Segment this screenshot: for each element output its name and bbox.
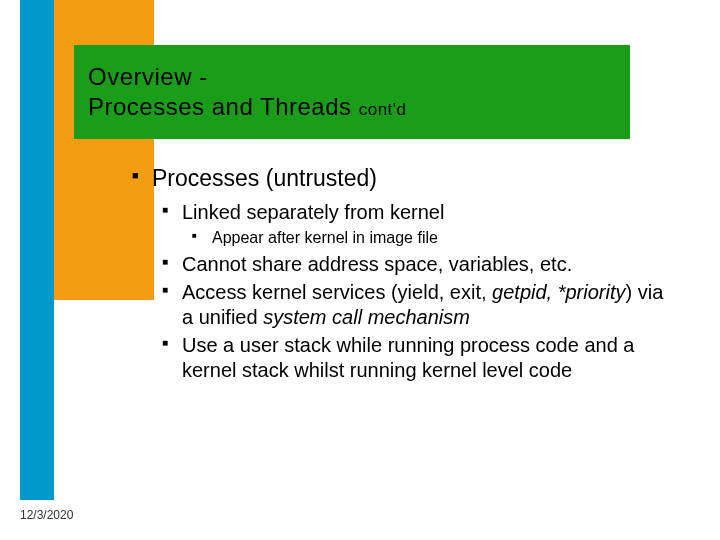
bullet-list-level3: Appear after kernel in image file <box>192 228 672 248</box>
title-contd: cont'd <box>359 100 407 119</box>
bullet-text-em1: getpid, *priority <box>492 281 625 303</box>
bullet-text: Use a user stack while running process c… <box>182 334 634 380</box>
bullet-text-em2: system call mechanism <box>263 306 470 328</box>
list-item: Use a user stack while running process c… <box>162 333 672 382</box>
list-item: Processes (untrusted) Linked separately … <box>132 164 672 382</box>
blue-sidebar <box>20 0 54 500</box>
list-item: Cannot share address space, variables, e… <box>162 252 672 276</box>
bullet-text-a: Access kernel services (yield, exit, <box>182 281 492 303</box>
title-line-2: Processes and Threads cont'd <box>88 92 616 122</box>
title-line-1: Overview - <box>88 62 616 92</box>
list-item: Linked separately from kernel Appear aft… <box>162 200 672 248</box>
slide: Overview - Processes and Threads cont'd … <box>0 0 720 540</box>
list-item: Access kernel services (yield, exit, get… <box>162 280 672 329</box>
bullet-text: Linked separately from kernel <box>182 201 444 223</box>
bullet-text: Processes (untrusted) <box>152 165 377 191</box>
footer-date: 12/3/2020 <box>20 508 73 522</box>
bullet-list-level1: Processes (untrusted) Linked separately … <box>132 164 672 382</box>
content-area: Processes (untrusted) Linked separately … <box>132 164 672 392</box>
list-item: Appear after kernel in image file <box>192 228 672 248</box>
bullet-text: Cannot share address space, variables, e… <box>182 253 572 275</box>
title-box: Overview - Processes and Threads cont'd <box>74 45 630 139</box>
title-main: Processes and Threads <box>88 93 359 120</box>
bullet-list-level2: Linked separately from kernel Appear aft… <box>162 200 672 382</box>
bullet-text: Appear after kernel in image file <box>212 229 438 246</box>
